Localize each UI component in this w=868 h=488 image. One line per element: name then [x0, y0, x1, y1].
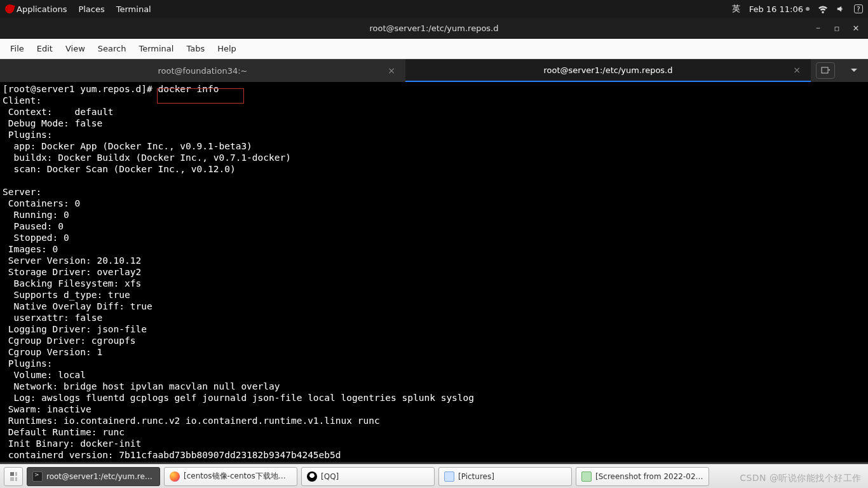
tab-menu-button[interactable]	[844, 62, 864, 79]
task-terminal[interactable]: root@server1:/etc/yum.rep…	[27, 467, 160, 486]
menu-terminal[interactable]: Terminal	[132, 41, 180, 56]
task-label: root@server1:/etc/yum.rep…	[46, 472, 154, 481]
terminal-label: Terminal	[116, 4, 151, 14]
window-title: root@server1:/etc/yum.repos.d	[369, 24, 498, 33]
image-icon	[581, 471, 592, 482]
chevron-down-icon	[851, 69, 857, 72]
window-titlebar: root@server1:/etc/yum.repos.d － ▫ ✕	[0, 18, 868, 39]
svg-rect-3	[10, 477, 14, 481]
tab-label: root@foundation34:~	[158, 66, 247, 76]
window-minimize-button[interactable]: －	[810, 21, 826, 35]
volume-indicator[interactable]	[836, 4, 845, 13]
menu-edit[interactable]: Edit	[31, 41, 59, 56]
qq-icon	[307, 471, 317, 482]
terminal-menu[interactable]: Terminal	[116, 4, 151, 14]
workspace-icon	[10, 471, 17, 482]
terminal-viewport[interactable]: [root@server1 yum.repos.d]# docker info …	[0, 82, 868, 462]
network-indicator[interactable]	[818, 4, 827, 13]
applications-menu[interactable]: Applications	[5, 4, 67, 14]
speaker-icon	[836, 4, 845, 13]
task-pictures[interactable]: [Pictures]	[438, 467, 572, 486]
places-menu[interactable]: Places	[78, 4, 104, 14]
applications-label: Applications	[17, 4, 67, 14]
tab-close-icon[interactable]: ×	[793, 65, 801, 75]
workspace-switcher-button[interactable]	[4, 467, 23, 486]
svg-rect-2	[15, 472, 17, 476]
terminal-tabs: root@foundation34:~ × root@server1:/etc/…	[0, 59, 868, 82]
terminal-menubar: File Edit View Search Terminal Tabs Help	[0, 39, 868, 59]
shell-command: docker info	[158, 84, 219, 94]
clock-text: Feb 16 11:06	[749, 4, 803, 14]
clock[interactable]: Feb 16 11:06	[749, 4, 810, 14]
tab-server1[interactable]: root@server1:/etc/yum.repos.d ×	[405, 59, 811, 82]
places-label: Places	[78, 4, 104, 14]
task-firefox[interactable]: [centos镜像-centos下载地…	[164, 467, 297, 486]
help-indicator[interactable]: ?	[854, 4, 863, 13]
svg-rect-0	[822, 67, 828, 73]
tab-close-icon[interactable]: ×	[388, 65, 395, 76]
task-qq[interactable]: [QQ]	[301, 467, 435, 486]
svg-rect-1	[10, 472, 14, 476]
task-label: [Screenshot from 2022-02…	[595, 472, 703, 481]
wifi-icon	[818, 4, 827, 13]
tab-foundation34[interactable]: root@foundation34:~ ×	[0, 59, 405, 82]
ime-indicator[interactable]: 英	[732, 3, 740, 15]
terminal-icon	[32, 471, 43, 482]
task-label: [QQ]	[321, 472, 339, 481]
terminal-plus-icon	[821, 66, 830, 75]
task-screenshot[interactable]: [Screenshot from 2022-02…	[576, 467, 709, 486]
menu-help[interactable]: Help	[211, 41, 243, 56]
shell-output: Client: Context: default Debug Mode: fal…	[3, 95, 474, 460]
shell-prompt: [root@server1 yum.repos.d]#	[3, 84, 158, 94]
question-icon: ?	[854, 4, 863, 13]
menu-file[interactable]: File	[4, 41, 31, 56]
notification-dot-icon	[806, 7, 810, 11]
task-label: [centos镜像-centos下载地…	[184, 471, 286, 482]
menu-tabs[interactable]: Tabs	[180, 41, 211, 56]
folder-icon	[444, 471, 454, 482]
menu-search[interactable]: Search	[92, 41, 133, 56]
bottom-taskbar: root@server1:/etc/yum.rep… [centos镜像-cen…	[0, 464, 868, 488]
gnome-top-panel: Applications Places Terminal 英 Feb 16 11…	[0, 0, 868, 18]
task-label: [Pictures]	[458, 472, 494, 481]
svg-rect-4	[15, 477, 17, 481]
menu-view[interactable]: View	[59, 41, 92, 56]
window-maximize-button[interactable]: ▫	[829, 21, 845, 35]
tab-label: root@server1:/etc/yum.repos.d	[543, 65, 672, 75]
new-tab-button[interactable]	[816, 62, 835, 79]
window-close-button[interactable]: ✕	[848, 21, 864, 35]
firefox-icon	[170, 471, 180, 482]
redhat-logo-icon	[4, 3, 15, 14]
